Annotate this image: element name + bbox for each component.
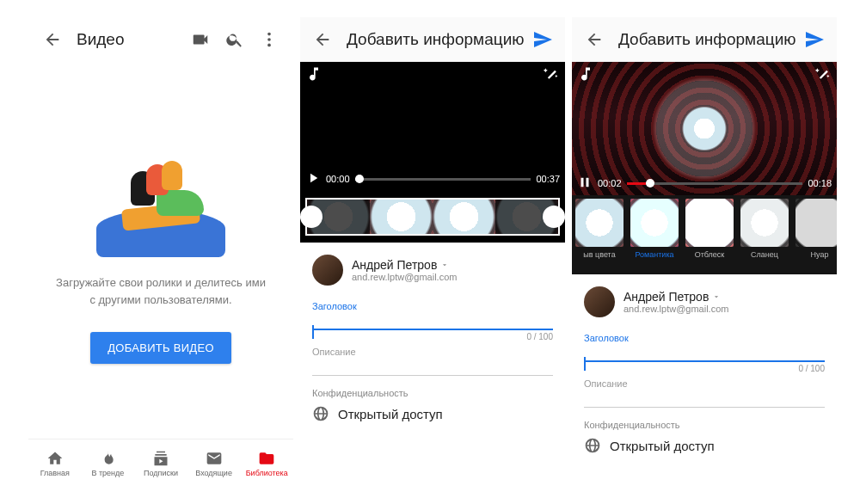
globe-icon	[312, 405, 329, 422]
nav-inbox[interactable]: Входящие	[187, 439, 241, 487]
filter-label: Сланец	[751, 250, 778, 259]
filters-row[interactable]: ыв цвета Романтика Отблеск Сланец Нуар	[572, 195, 837, 274]
title-field[interactable]: Заголовок 0 / 100	[584, 333, 825, 373]
svg-point-0	[267, 33, 271, 36]
title-field[interactable]: Заголовок 0 / 100	[312, 301, 553, 341]
page-title: Видео	[70, 30, 183, 49]
filter-item[interactable]: Сланец	[737, 195, 792, 274]
upload-form: Андрей Петров and.rew.lptw@gmail.com Заг…	[572, 274, 837, 487]
user-name: Андрей Петров	[352, 258, 457, 272]
user-email: and.rew.lptw@gmail.com	[352, 272, 457, 282]
page-title: Добавить информацию	[611, 30, 797, 49]
time-total: 00:18	[808, 178, 832, 188]
upload-form: Андрей Петров and.rew.lptw@gmail.com Заг…	[300, 243, 565, 487]
field-label: Описание	[312, 347, 553, 357]
back-icon[interactable]	[577, 22, 611, 57]
back-icon[interactable]	[305, 22, 340, 57]
nav-label: Библиотека	[246, 469, 288, 477]
nav-label: Главная	[40, 469, 70, 477]
trim-handle-right[interactable]	[543, 206, 565, 228]
music-icon[interactable]	[305, 65, 322, 93]
filter-item[interactable]: Отблеск	[682, 195, 737, 274]
filter-item[interactable]: Романтика	[627, 195, 682, 274]
nav-home[interactable]: Главная	[28, 439, 82, 487]
time-total: 00:37	[536, 174, 560, 184]
char-counter: 0 / 100	[584, 364, 825, 373]
nav-subscriptions[interactable]: Подписки	[134, 439, 187, 487]
camera-icon[interactable]	[183, 22, 218, 57]
field-label: Заголовок	[312, 301, 553, 311]
topbar: Добавить информацию	[572, 17, 837, 62]
privacy-section-label: Конфиденциальность	[312, 388, 553, 398]
nav-label: Входящие	[195, 469, 232, 477]
filter-label: ыв цвета	[583, 250, 615, 259]
video-preview[interactable]: 00:02 00:18	[572, 62, 837, 195]
play-icon[interactable]	[305, 170, 321, 187]
trim-filmstrip[interactable]	[300, 191, 565, 243]
avatar	[584, 286, 615, 317]
topbar: Добавить информацию	[300, 17, 565, 62]
filter-label: Романтика	[635, 250, 673, 259]
privacy-value: Открытый доступ	[610, 439, 715, 453]
nav-library[interactable]: Библиотека	[240, 439, 293, 487]
privacy-value: Открытый доступ	[338, 407, 443, 421]
privacy-section-label: Конфиденциальность	[584, 420, 825, 430]
progress-bar[interactable]: 00:00 00:37	[300, 170, 565, 187]
empty-message: Загружайте свои ролики и делитесь ими с …	[54, 274, 267, 308]
topbar: Видео	[28, 17, 293, 62]
progress-bar[interactable]: 00:02 00:18	[572, 175, 837, 192]
svg-point-2	[267, 44, 271, 47]
account-row[interactable]: Андрей Петров and.rew.lptw@gmail.com	[584, 283, 825, 328]
send-icon[interactable]	[525, 22, 560, 57]
char-counter: 0 / 100	[312, 332, 553, 341]
user-email: and.rew.lptw@gmail.com	[624, 304, 728, 314]
search-icon[interactable]	[218, 22, 252, 57]
avatar	[312, 255, 343, 286]
add-video-button[interactable]: ДОБАВИТЬ ВИДЕО	[90, 332, 231, 364]
screen-library: Видео Загружайте свои ролики и делитесь …	[28, 17, 295, 487]
time-current: 00:00	[326, 174, 350, 184]
filter-item[interactable]: ыв цвета	[572, 195, 627, 274]
screen-add-info-filters: Добавить информацию 00:02 00:18 ыв цвета…	[572, 17, 838, 487]
back-icon[interactable]	[35, 22, 70, 57]
svg-point-1	[267, 38, 271, 41]
description-field[interactable]: Описание	[312, 347, 553, 376]
privacy-row[interactable]: Открытый доступ	[584, 430, 825, 461]
screen-add-info-trim: Добавить информацию 00:00 00:37	[300, 17, 567, 487]
music-icon[interactable]	[577, 65, 594, 93]
filter-item[interactable]: Нуар	[792, 195, 837, 274]
account-row[interactable]: Андрей Петров and.rew.lptw@gmail.com	[312, 251, 553, 296]
user-name: Андрей Петров	[624, 290, 728, 304]
pause-icon[interactable]	[577, 175, 593, 192]
field-label: Заголовок	[584, 333, 825, 343]
nav-label: Подписки	[144, 469, 178, 477]
empty-state: Загружайте свои ролики и делитесь ими с …	[28, 62, 293, 439]
nav-label: В тренде	[91, 469, 124, 477]
field-label: Описание	[584, 378, 825, 389]
globe-icon	[584, 437, 601, 454]
magic-wand-icon[interactable]	[543, 65, 560, 93]
privacy-row[interactable]: Открытый доступ	[312, 398, 553, 429]
filter-label: Нуар	[811, 250, 829, 259]
description-field[interactable]: Описание	[584, 378, 825, 408]
magic-wand-icon[interactable]	[814, 65, 832, 93]
video-preview[interactable]: 00:00 00:37	[300, 62, 565, 191]
nav-trending[interactable]: В тренде	[82, 439, 135, 487]
trim-handle-left[interactable]	[300, 206, 322, 228]
page-title: Добавить информацию	[340, 30, 525, 49]
send-icon[interactable]	[797, 22, 832, 57]
filter-label: Отблеск	[695, 250, 725, 259]
overflow-icon[interactable]	[252, 22, 286, 57]
time-current: 00:02	[598, 178, 622, 188]
illustration	[88, 137, 234, 257]
bottom-nav: Главная В тренде Подписки Входящие Библи…	[28, 439, 293, 487]
